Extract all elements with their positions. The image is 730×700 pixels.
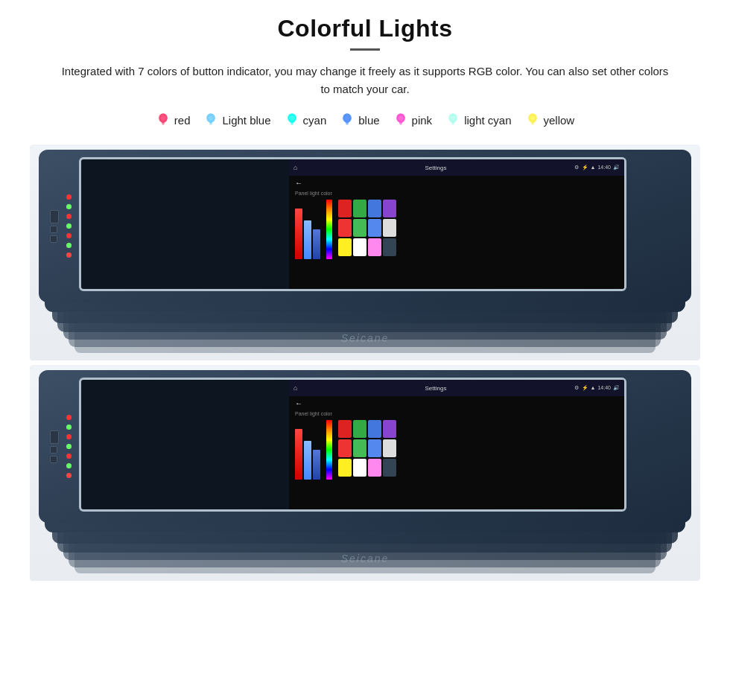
led-b-green-1: [66, 424, 72, 430]
svg-rect-32: [531, 124, 534, 124]
svg-rect-28: [452, 124, 454, 125]
back-button-bottom[interactable]: ←: [295, 399, 618, 407]
screen-bottom: ⌂ Settings ⚙ ⚡ ▲ 14:40 🔊: [289, 380, 624, 512]
svg-rect-31: [530, 122, 533, 123]
bar-red-b: [295, 429, 302, 480]
bulb-icon-pink: [393, 112, 408, 128]
settings-icon-bottom: ⚙: [574, 385, 579, 391]
grid-cell-9: [353, 238, 366, 256]
wifi-icon: ▲: [591, 165, 596, 171]
grid-cell-11: [383, 459, 396, 477]
bulb-icon-red: [156, 112, 171, 128]
screen-body-bottom: ← Panel light color: [289, 396, 624, 512]
time-display: 14:40: [597, 165, 611, 171]
unit-content-bottom: ⌂ Settings ⚙ ⚡ ▲ 14:40 🔊: [39, 370, 691, 523]
color-item-blue: blue: [340, 112, 379, 128]
bezel-main-bottom: ⌂ Settings ⚙ ⚡ ▲ 14:40 🔊: [79, 378, 626, 512]
grid-cell-9: [353, 459, 366, 477]
svg-rect-12: [291, 124, 293, 124]
led-green-2: [66, 223, 72, 229]
led-red-1: [66, 194, 72, 200]
left-btn-2[interactable]: [50, 226, 57, 233]
svg-point-34: [530, 116, 535, 121]
panel-light-label-bottom: Panel light color: [295, 411, 618, 416]
left-btn-1[interactable]: [50, 210, 59, 223]
bezel-frames-top: ⌂ Settings ⚙ ⚡ ▲ 14:40 🔊: [79, 157, 700, 295]
screen-body-top: ← Panel light color: [289, 176, 624, 291]
grid-cell-1: [353, 200, 366, 217]
color-item-yellow: yellow: [525, 112, 575, 128]
svg-rect-2: [162, 124, 165, 124]
svg-rect-17: [346, 124, 349, 124]
unit-content-top: ⌂ Settings ⚙ ⚡ ▲ 14:40 🔊: [39, 150, 691, 302]
home-icon-bottom[interactable]: ⌂: [293, 384, 297, 392]
color-item-Light-blue: Light blue: [203, 112, 270, 128]
spectrum-bar-top: [326, 200, 332, 259]
bulb-icon-cyan: [285, 112, 299, 128]
back-button-top[interactable]: ←: [295, 179, 618, 187]
svg-rect-23: [399, 124, 402, 125]
time-display-b: 14:40: [597, 385, 611, 391]
left-buttons-col: [50, 210, 59, 243]
panels-area: ⌂ Settings ⚙ ⚡ ▲ 14:40 🔊: [30, 144, 700, 581]
spectrum-bar-bottom: [326, 420, 332, 480]
bar-blue1: [304, 220, 311, 259]
left-btn-b2[interactable]: [50, 446, 57, 454]
led-green-1: [66, 204, 72, 209]
car-unit-bottom: ⌂ Settings ⚙ ⚡ ▲ 14:40 🔊: [30, 365, 700, 581]
bt-icon-b: ⚡: [582, 385, 588, 391]
screen-content-bottom: [295, 420, 618, 480]
led-red-4: [66, 252, 72, 258]
led-b-red-2: [66, 434, 72, 439]
left-btn-b1[interactable]: [50, 430, 59, 444]
car-mock-bottom: ⌂ Settings ⚙ ⚡ ▲ 14:40 🔊: [37, 372, 693, 573]
left-buttons-col-b: [50, 430, 59, 463]
bar-blue2-b: [313, 450, 320, 480]
led-red-2: [66, 214, 72, 219]
left-btn-3[interactable]: [50, 235, 57, 243]
svg-rect-18: [346, 124, 349, 125]
grid-cell-3: [383, 200, 396, 217]
grid-cell-8: [338, 238, 352, 256]
svg-point-9: [209, 116, 214, 121]
settings-icon-top: ⚙: [574, 165, 579, 171]
bar-red: [295, 209, 302, 259]
color-label-cyan: cyan: [303, 114, 327, 127]
screen-title-top: Settings: [300, 165, 571, 171]
svg-rect-7: [210, 124, 213, 124]
status-icons-bottom: ⚡ ▲ 14:40 🔊: [582, 385, 620, 391]
svg-rect-11: [290, 122, 293, 123]
svg-rect-33: [531, 124, 533, 125]
svg-rect-27: [451, 124, 454, 124]
color-item-light-cyan: light cyan: [445, 112, 511, 128]
bar-blue1-b: [304, 441, 311, 480]
panel-light-label-top: Panel light color: [295, 191, 618, 196]
led-b-red-3: [66, 454, 72, 459]
svg-point-29: [451, 116, 455, 121]
led-red-3: [66, 233, 72, 238]
screen-content-top: [295, 200, 618, 259]
bulb-icon-Light-blue: [203, 112, 218, 128]
led-b-red-1: [66, 415, 72, 420]
screen-topbar-bottom: ⌂ Settings ⚙ ⚡ ▲ 14:40 🔊: [289, 380, 624, 396]
svg-rect-13: [291, 124, 293, 125]
color-item-cyan: cyan: [285, 112, 327, 128]
description: Integrated with 7 colors of button indic…: [60, 63, 670, 98]
grid-cell-0: [338, 200, 352, 217]
title-divider: [350, 48, 380, 51]
page-container: Colorful Lights Integrated with 7 colors…: [0, 0, 730, 700]
screen-top: ⌂ Settings ⚙ ⚡ ▲ 14:40 🔊: [289, 159, 624, 291]
screen-topbar-top: ⌂ Settings ⚙ ⚡ ▲ 14:40 🔊: [289, 159, 624, 176]
led-green-3: [66, 243, 72, 248]
color-label-blue: blue: [358, 114, 379, 127]
led-b-green-3: [66, 463, 72, 468]
grid-cell-0: [338, 420, 352, 438]
color-labels-row: red Light blue cyan blue: [156, 112, 574, 128]
wifi-icon-b: ▲: [591, 385, 596, 391]
left-btn-b3[interactable]: [50, 456, 57, 463]
vol-icon-b: 🔊: [613, 385, 620, 391]
color-grid-bottom: [338, 420, 396, 480]
grid-cell-10: [368, 459, 381, 477]
svg-rect-6: [209, 122, 212, 123]
home-icon-top[interactable]: ⌂: [293, 164, 297, 171]
